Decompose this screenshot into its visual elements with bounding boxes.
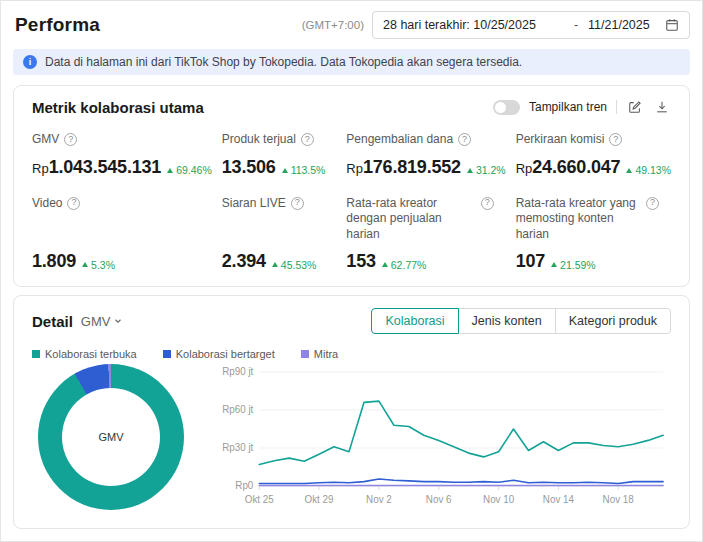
legend-label: Kolaborasi bertarget [176, 348, 275, 360]
help-icon[interactable]: ? [64, 133, 77, 146]
info-banner: i Data di halaman ini dari TikTok Shop b… [13, 49, 690, 75]
legend-item-mitra[interactable]: Mitra [301, 348, 338, 360]
download-button[interactable] [653, 98, 671, 116]
legend-swatch [163, 350, 171, 358]
donut-center-label: GMV [62, 388, 160, 486]
legend-item-kolaborasi-terbuka[interactable]: Kolaborasi terbuka [32, 348, 137, 360]
metric-change-value: 21.59% [560, 259, 596, 271]
up-arrow-icon [167, 168, 173, 173]
metric-value: 13.506 [222, 157, 276, 177]
up-arrow-icon [82, 262, 88, 267]
svg-text:Nov 2: Nov 2 [366, 494, 392, 505]
metric-value: 107 [516, 251, 545, 271]
metric-selector-dropdown[interactable]: GMV [81, 314, 124, 329]
svg-text:Rp90 jt: Rp90 jt [222, 367, 253, 378]
metric-label: Pengembalian dana [346, 132, 453, 148]
help-icon[interactable]: ? [458, 133, 471, 146]
topbar-right: (GMT+7:00) 28 hari terakhir: 10/25/2025 … [302, 11, 690, 39]
metric-currency-prefix: Rp [32, 161, 49, 176]
up-arrow-icon [272, 262, 278, 267]
metric-value: 24.660.047 [532, 157, 620, 177]
metric-label: Rata-rata kreator dengan penjualan haria… [346, 196, 472, 243]
metric-label: Perkiraan komisi [516, 132, 605, 148]
info-banner-text: Data di halaman ini dari TikTok Shop by … [45, 55, 522, 69]
metric-change: 49.13% [626, 164, 671, 176]
line-chart-svg: Rp90 jtRp60 jtRp30 jtRp0Okt 25Okt 29Nov … [210, 364, 671, 514]
metric-change: 21.59% [551, 259, 596, 271]
metric-value: 176.819.552 [363, 157, 461, 177]
performa-page: Performa (GMT+7:00) 28 hari terakhir: 10… [0, 0, 703, 542]
detail-card-header: Detail GMV Kolaborasi Jenis konten Kateg… [32, 308, 671, 334]
metric-change-value: 62.77% [391, 259, 427, 271]
help-icon[interactable]: ? [291, 197, 304, 210]
svg-text:Nov 18: Nov 18 [603, 494, 635, 505]
metric-change-value: 31.2% [476, 164, 506, 176]
help-icon[interactable]: ? [481, 197, 494, 210]
edit-metrics-button[interactable] [626, 98, 644, 116]
up-arrow-icon [282, 168, 288, 173]
metric-change: 113.5% [282, 164, 326, 176]
metric-change: 69.46% [167, 164, 212, 176]
metric-change: 5.3% [82, 259, 115, 271]
metric-value: 153 [346, 251, 375, 271]
show-trend-label: Tampilkan tren [529, 100, 607, 114]
metric-change-value: 49.13% [635, 164, 671, 176]
chart-legend: Kolaborasi terbuka Kolaborasi bertarget … [32, 348, 671, 360]
metric-change-value: 69.46% [176, 164, 212, 176]
svg-text:Rp0: Rp0 [235, 481, 254, 492]
chevron-down-icon [113, 316, 123, 326]
legend-swatch [301, 350, 309, 358]
charts-row: GMV Rp90 jtRp60 jtRp30 jtRp0Okt 25Okt 29… [32, 364, 671, 514]
metric-change: 31.2% [467, 164, 506, 176]
metric-label: Rata-rata kreator yang memosting konten … [516, 196, 641, 243]
svg-text:Nov 10: Nov 10 [483, 494, 515, 505]
tab-kolaborasi[interactable]: Kolaborasi [371, 308, 458, 334]
metric-produk-terjual: Produk terjual? 13.506 113.5% [222, 132, 337, 178]
tab-jenis-konten[interactable]: Jenis konten [458, 308, 556, 334]
svg-text:Rp60 jt: Rp60 jt [222, 405, 253, 416]
svg-text:Rp30 jt: Rp30 jt [222, 443, 253, 454]
help-icon[interactable]: ? [301, 133, 314, 146]
metric-label: Produk terjual [222, 132, 296, 148]
page-title: Performa [15, 14, 100, 36]
metric-perkiraan-komisi: Perkiraan komisi? Rp24.660.047 49.13% [516, 132, 671, 178]
svg-text:Okt 25: Okt 25 [245, 494, 274, 505]
legend-label: Kolaborasi terbuka [45, 348, 137, 360]
divider [616, 100, 617, 114]
help-icon[interactable]: ? [646, 197, 659, 210]
metric-label: GMV [32, 132, 59, 148]
metrics-card-actions: Tampilkan tren [493, 98, 671, 116]
tab-kategori-produk[interactable]: Kategori produk [555, 308, 671, 334]
show-trend-toggle[interactable] [493, 100, 520, 115]
date-range-picker[interactable]: 28 hari terakhir: 10/25/2025 - 11/21/202… [372, 11, 690, 39]
help-icon[interactable]: ? [67, 197, 80, 210]
metric-change: 45.53% [272, 259, 317, 271]
detail-card-title: Detail [32, 313, 73, 330]
date-range-end: 11/21/2025 [588, 18, 650, 32]
metric-value: 1.809 [32, 251, 76, 271]
metric-change: 62.77% [382, 259, 427, 271]
metric-label: Video [32, 196, 62, 212]
metric-siaran-live: Siaran LIVE? 2.394 45.53% [222, 196, 337, 273]
help-icon[interactable]: ? [609, 133, 622, 146]
metric-change-value: 5.3% [91, 259, 115, 271]
metric-value: 1.043.545.131 [49, 157, 162, 177]
metric-video: Video? 1.809 5.3% [32, 196, 212, 273]
metric-kreator-konten-harian: Rata-rata kreator yang memosting konten … [516, 196, 671, 273]
gmv-donut-chart: GMV [38, 364, 188, 514]
svg-text:Okt 29: Okt 29 [305, 494, 334, 505]
calendar-icon [665, 18, 679, 32]
metrics-grid: GMV? Rp1.043.545.131 69.46% Produk terju… [32, 132, 671, 272]
detail-tabs: Kolaborasi Jenis konten Kategori produk [371, 308, 671, 334]
metric-currency-prefix: Rp [516, 161, 533, 176]
legend-swatch [32, 350, 40, 358]
metrics-card: Metrik kolaborasi utama Tampilkan tren [13, 85, 690, 287]
svg-text:Nov 14: Nov 14 [543, 494, 575, 505]
topbar: Performa (GMT+7:00) 28 hari terakhir: 10… [1, 1, 702, 47]
metrics-card-header: Metrik kolaborasi utama Tampilkan tren [32, 98, 671, 116]
metric-pengembalian-dana: Pengembalian dana? Rp176.819.552 31.2% [346, 132, 505, 178]
metric-change-value: 113.5% [291, 164, 326, 176]
legend-item-kolaborasi-bertarget[interactable]: Kolaborasi bertarget [163, 348, 275, 360]
metric-currency-prefix: Rp [346, 161, 363, 176]
download-icon [655, 100, 669, 114]
